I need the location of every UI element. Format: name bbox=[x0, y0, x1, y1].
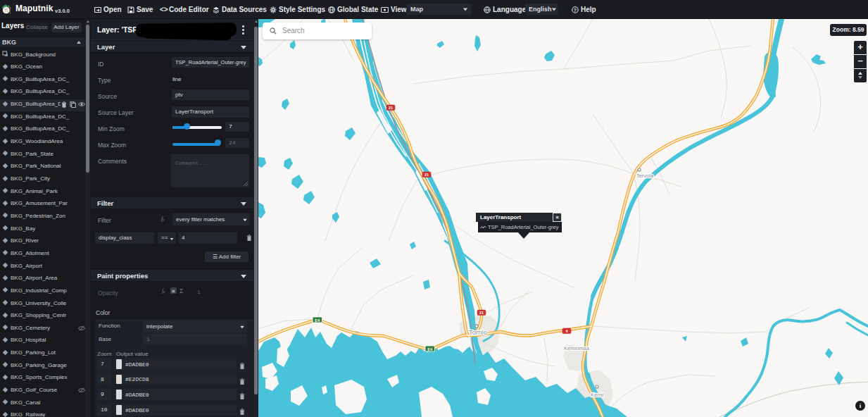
svg-text:Tornio: Tornio bbox=[469, 328, 487, 336]
svg-text:?: ? bbox=[574, 8, 577, 13]
svg-text:E4: E4 bbox=[315, 318, 320, 323]
svg-text:Keminmaa: Keminmaa bbox=[564, 345, 590, 351]
svg-text:21: 21 bbox=[389, 106, 393, 110]
svg-text:Kemi: Kemi bbox=[591, 392, 603, 398]
svg-text:E4: E4 bbox=[427, 347, 433, 351]
svg-text:Tervola: Tervola bbox=[636, 173, 654, 179]
svg-text:21: 21 bbox=[424, 173, 429, 177]
svg-text:21: 21 bbox=[479, 311, 484, 315]
